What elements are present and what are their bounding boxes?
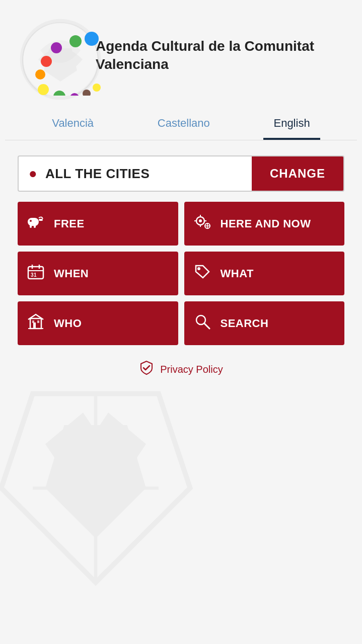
- here-and-now-label: HERE AND NOW: [221, 217, 311, 230]
- when-label: WHEN: [54, 267, 89, 280]
- free-button[interactable]: FREE: [18, 202, 178, 246]
- svg-point-5: [85, 32, 99, 46]
- tab-english[interactable]: English: [263, 111, 320, 140]
- svg-point-7: [41, 56, 52, 67]
- what-label: WHAT: [221, 267, 254, 280]
- tab-valencia[interactable]: Valencià: [42, 111, 104, 140]
- svg-rect-18: [34, 225, 36, 228]
- menu-grid: FREE HERE AND NOW: [18, 202, 344, 345]
- here-now-icon: [192, 214, 212, 233]
- logo: [15, 15, 91, 96]
- piggy-icon: [26, 214, 46, 233]
- language-tabs: Valencià Castellano English: [5, 106, 357, 140]
- city-selector: ● ALL THE CITIES CHANGE: [18, 155, 344, 192]
- svg-rect-35: [33, 323, 36, 329]
- tab-castellano[interactable]: Castellano: [148, 111, 220, 140]
- who-label: WHO: [54, 317, 82, 330]
- city-display: ● ALL THE CITIES: [19, 156, 252, 191]
- privacy-policy[interactable]: Privacy Policy: [0, 360, 362, 379]
- svg-rect-17: [30, 225, 32, 228]
- svg-point-33: [197, 267, 200, 270]
- search-label: SEARCH: [221, 317, 269, 330]
- svg-rect-14: [28, 218, 39, 226]
- calendar-icon: 31: [26, 264, 46, 283]
- city-name: ALL THE CITIES: [45, 166, 150, 182]
- search-icon: [192, 313, 212, 333]
- search-button[interactable]: SEARCH: [184, 301, 345, 345]
- free-label: FREE: [54, 217, 85, 230]
- privacy-label: Privacy Policy: [160, 364, 223, 375]
- svg-text:31: 31: [31, 272, 37, 278]
- svg-point-4: [69, 35, 82, 47]
- what-button[interactable]: WHAT: [184, 252, 345, 295]
- svg-rect-16: [39, 219, 43, 221]
- svg-point-9: [38, 84, 49, 95]
- svg-point-6: [51, 42, 62, 53]
- location-icon: ●: [29, 166, 37, 182]
- svg-point-10: [53, 91, 65, 96]
- here-and-now-button[interactable]: HERE AND NOW: [184, 202, 345, 246]
- svg-point-8: [35, 69, 45, 79]
- svg-point-20: [199, 219, 202, 222]
- svg-rect-37: [32, 320, 34, 323]
- who-button[interactable]: WHO: [18, 301, 178, 345]
- svg-point-15: [30, 220, 32, 222]
- tag-icon: [192, 264, 212, 283]
- app-title: Agenda Cultural de la Comunitat Valencia…: [96, 37, 342, 74]
- header: Agenda Cultural de la Comunitat Valencia…: [0, 0, 362, 106]
- when-button[interactable]: 31 WHEN: [18, 252, 178, 295]
- change-city-button[interactable]: CHANGE: [252, 156, 343, 191]
- svg-rect-36: [37, 320, 39, 323]
- svg-point-13: [93, 84, 101, 92]
- building-icon: [26, 313, 46, 333]
- shield-check-icon: [139, 360, 154, 379]
- svg-line-40: [204, 324, 209, 329]
